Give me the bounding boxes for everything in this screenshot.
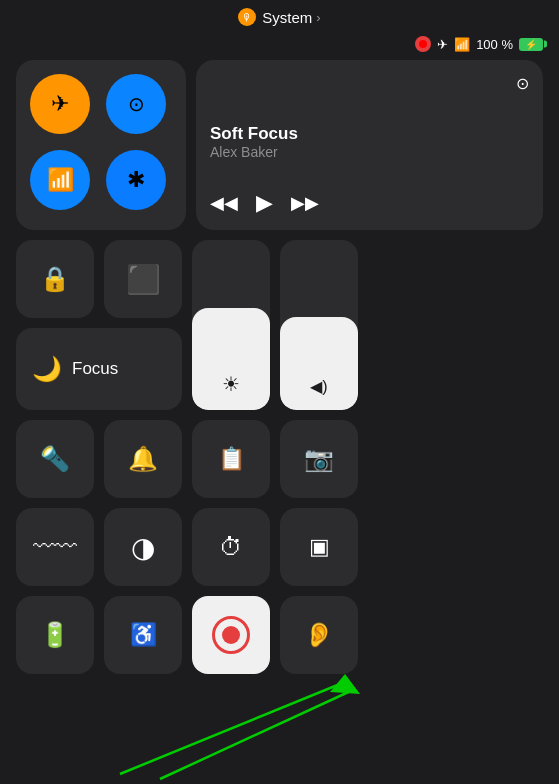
volume-slider[interactable]: ◀) xyxy=(280,240,358,410)
record-indicator xyxy=(415,36,431,52)
focus-tile[interactable]: 🌙 Focus xyxy=(16,328,182,410)
timer-button[interactable]: ⏱ xyxy=(192,508,270,586)
brightness-icon: ☀ xyxy=(222,372,240,396)
waveform-button[interactable]: 〰〰 xyxy=(16,508,94,586)
np-top: ⊙ xyxy=(210,74,529,93)
bluetooth-icon: ✱ xyxy=(127,167,145,193)
signal-row: ✈ 📶 100 % ⚡ xyxy=(0,34,559,60)
volume-icon: ◀) xyxy=(310,377,327,396)
top-row: ✈ ⊙ 📶 ✱ ⊙ Soft Focus Alex Baker ◀◀ xyxy=(16,60,543,230)
notes-button[interactable]: 📋 xyxy=(192,420,270,498)
record-circle xyxy=(212,616,250,654)
sliders-group: ☀ ◀) xyxy=(192,240,358,410)
battery-percentage: 100 % xyxy=(476,37,513,52)
camera-button[interactable]: 📷 xyxy=(280,420,358,498)
track-title: Soft Focus xyxy=(210,124,529,144)
next-button[interactable]: ▶▶ xyxy=(291,192,319,214)
second-block: 🔒 ⬛ 🌙 Focus ☀ ◀) xyxy=(16,240,543,410)
svg-line-0 xyxy=(120,684,340,774)
brightness-slider[interactable]: ☀ xyxy=(192,240,270,410)
connectivity-tile: ✈ ⊙ 📶 ✱ xyxy=(16,60,186,230)
chevron-icon: › xyxy=(316,10,320,25)
flashlight-button[interactable]: 🔦 xyxy=(16,420,94,498)
now-playing-tile: ⊙ Soft Focus Alex Baker ◀◀ ▶ ▶▶ xyxy=(196,60,543,230)
focus-label: Focus xyxy=(72,359,118,379)
bolt-icon: ⚡ xyxy=(525,39,537,50)
playback-controls: ◀◀ ▶ ▶▶ xyxy=(210,190,529,216)
screen-lock-button[interactable]: 🔒 xyxy=(16,240,94,318)
record-dot-inner xyxy=(419,40,427,48)
hotspot-button[interactable]: ⊙ xyxy=(106,74,166,134)
play-button[interactable]: ▶ xyxy=(256,190,273,216)
airplane-status-icon: ✈ xyxy=(437,37,448,52)
battery-button[interactable]: 🔋 xyxy=(16,596,94,674)
screen-record-button[interactable] xyxy=(192,596,270,674)
status-bar: 🎙 System › xyxy=(0,0,559,34)
wifi-icon: 📶 xyxy=(47,167,74,193)
hotspot-icon: ⊙ xyxy=(128,92,145,116)
track-artist: Alex Baker xyxy=(210,144,529,160)
system-text: System xyxy=(262,9,312,26)
contrast-button[interactable]: ◑ xyxy=(104,508,182,586)
accessibility-button[interactable]: ♿ xyxy=(104,596,182,674)
prev-button[interactable]: ◀◀ xyxy=(210,192,238,214)
battery-icon: ⚡ xyxy=(519,38,543,51)
row3: 🔦 🔔 📋 📷 xyxy=(16,420,543,498)
np-info: Soft Focus Alex Baker xyxy=(210,93,529,190)
row4: 〰〰 ◑ ⏱ ▣ xyxy=(16,508,543,586)
airplane-icon: ✈ xyxy=(51,91,69,117)
system-label: System › xyxy=(262,9,320,26)
airplay-icon[interactable]: ⊙ xyxy=(516,74,529,93)
row5: 🔋 ♿ 👂 xyxy=(16,596,543,674)
bell-button[interactable]: 🔔 xyxy=(104,420,182,498)
svg-line-1 xyxy=(160,689,355,779)
slideshow-button[interactable]: ▣ xyxy=(280,508,358,586)
wifi-button[interactable]: 📶 xyxy=(30,150,90,210)
wifi-status-icon: 📶 xyxy=(454,37,470,52)
airplane-mode-button[interactable]: ✈ xyxy=(30,74,90,134)
record-circle-inner xyxy=(222,626,240,644)
control-center: ✈ ⊙ 📶 ✱ ⊙ Soft Focus Alex Baker ◀◀ xyxy=(0,60,559,674)
mic-icon: 🎙 xyxy=(238,8,256,26)
svg-marker-2 xyxy=(330,674,360,694)
left-controls: 🔒 ⬛ 🌙 Focus xyxy=(16,240,182,410)
bluetooth-button[interactable]: ✱ xyxy=(106,150,166,210)
screen-mirror-button[interactable]: ⬛ xyxy=(104,240,182,318)
moon-icon: 🌙 xyxy=(32,355,62,383)
lock-mirror-row: 🔒 ⬛ xyxy=(16,240,182,318)
ear-button[interactable]: 👂 xyxy=(280,596,358,674)
